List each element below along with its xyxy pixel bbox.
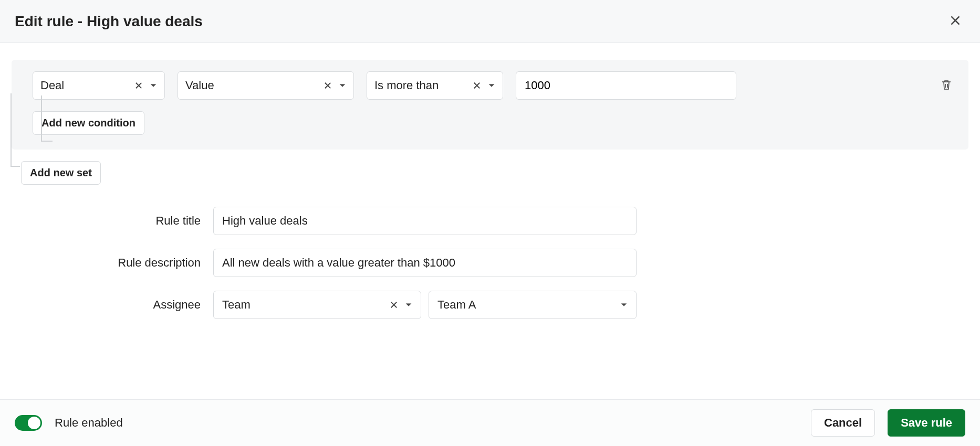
clear-icon[interactable] [389, 300, 399, 310]
chevron-down-icon [488, 82, 495, 89]
assignee-value-select[interactable]: Team A [429, 291, 637, 319]
modal-footer: Rule enabled Cancel Save rule [0, 399, 980, 446]
rule-enabled-label: Rule enabled [55, 416, 123, 430]
close-icon [948, 21, 962, 29]
condition-row: Deal Value [33, 71, 956, 100]
condition-set-container: Deal Value [12, 60, 968, 150]
modal-header: Edit rule - High value deals [0, 0, 980, 43]
rule-enabled-toggle[interactable] [15, 415, 42, 431]
clear-icon[interactable] [472, 81, 482, 90]
condition-field-select[interactable]: Value [178, 71, 354, 100]
chevron-down-icon [405, 301, 412, 309]
save-rule-button[interactable]: Save rule [888, 409, 965, 437]
close-button[interactable] [945, 10, 965, 32]
select-value: Team [222, 298, 251, 312]
clear-icon[interactable] [134, 81, 143, 90]
connector-line [41, 95, 42, 141]
rule-title-label: Rule title [12, 214, 213, 228]
form-row-title: Rule title [12, 207, 968, 235]
chevron-down-icon [620, 301, 628, 309]
rule-form: Rule title Rule description Assignee Tea… [12, 207, 968, 319]
add-condition-button[interactable]: Add new condition [33, 111, 144, 135]
select-value: Value [185, 79, 317, 92]
add-set-button[interactable]: Add new set [21, 161, 101, 185]
rule-description-input[interactable] [213, 249, 637, 277]
condition-entity-select[interactable]: Deal [33, 71, 165, 100]
toggle-knob [28, 417, 40, 429]
chevron-down-icon [150, 82, 157, 89]
select-value: Is more than [374, 79, 466, 92]
rule-title-input[interactable] [213, 207, 637, 235]
clear-icon[interactable] [323, 81, 332, 90]
condition-set: Deal Value [12, 60, 968, 150]
condition-operator-select[interactable]: Is more than [367, 71, 503, 100]
connector-line [41, 141, 53, 142]
delete-condition-button[interactable] [937, 75, 956, 97]
trash-icon [940, 86, 953, 93]
condition-value-input-wrap [516, 71, 736, 100]
select-value: Team A [437, 298, 476, 312]
condition-value-input[interactable] [524, 78, 728, 93]
chevron-down-icon [339, 82, 346, 89]
rule-description-label: Rule description [12, 256, 213, 270]
form-row-description: Rule description [12, 249, 968, 277]
assignee-type-select[interactable]: Team [213, 291, 421, 319]
form-row-assignee: Assignee Team Team A [12, 291, 968, 319]
assignee-label: Assignee [12, 298, 213, 312]
connector-line [11, 166, 20, 167]
cancel-button[interactable]: Cancel [811, 409, 875, 437]
modal-body: Deal Value [0, 43, 980, 399]
select-value: Deal [40, 79, 128, 92]
modal-title: Edit rule - High value deals [15, 13, 203, 30]
